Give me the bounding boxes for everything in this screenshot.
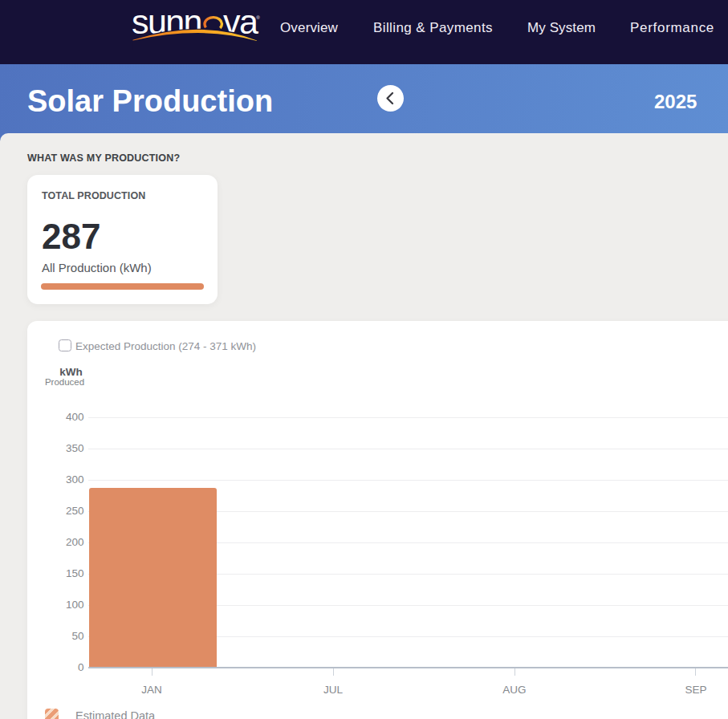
svg-text:®: ® <box>256 15 260 20</box>
